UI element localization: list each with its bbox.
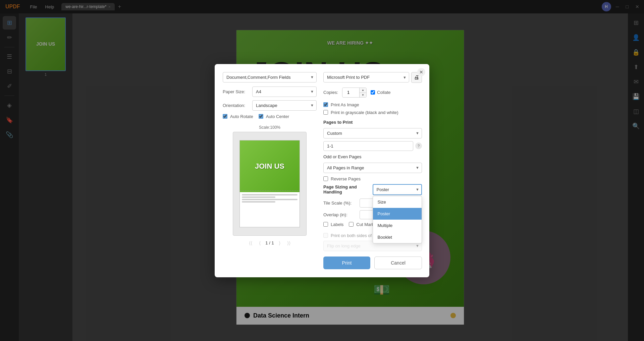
modal-close-btn[interactable]: ✕ xyxy=(417,68,425,76)
auto-options-row: Auto Rotate Auto Center xyxy=(223,114,317,122)
preview-line-4 xyxy=(242,201,275,203)
dropdown-item-booklet[interactable]: Booklet xyxy=(373,231,422,243)
overlap-label: Overlap (in): xyxy=(323,212,357,217)
preview-green-top: JOIN US xyxy=(240,140,300,192)
page-nav: ⟨⟨ ⟨ 1 / 1 ⟩ ⟩⟩ xyxy=(223,239,317,247)
dropdown-item-poster[interactable]: Poster xyxy=(373,208,422,220)
copies-input[interactable] xyxy=(342,88,359,97)
odd-even-select-wrap: All Pages in Range Odd Pages Only Even P… xyxy=(323,163,422,173)
pages-select[interactable]: Custom All Current Page xyxy=(323,128,422,138)
labels-checkbox[interactable] xyxy=(323,222,328,227)
preview-line-3 xyxy=(242,199,298,200)
pages-to-print-title: Pages to Print xyxy=(323,120,422,125)
print-as-image-checkbox[interactable] xyxy=(323,102,328,107)
printer-select[interactable]: Microsoft Print to PDF xyxy=(323,72,409,82)
dropdown-item-size[interactable]: Size xyxy=(373,196,422,208)
labels-row: Labels xyxy=(323,222,343,227)
cut-marks-row: Cut Marks xyxy=(349,222,376,227)
preview-join-text: JOIN US xyxy=(255,162,284,171)
print-as-image-label: Print As Image xyxy=(331,102,359,107)
print-both-sides-checkbox[interactable] xyxy=(323,233,328,238)
odd-even-title: Odd or Even Pages xyxy=(323,154,422,159)
orientation-select-wrap: Landscape Portrait ▼ xyxy=(252,100,317,111)
page-sizing-label: Page Sizing and Handling xyxy=(323,184,373,194)
modal-overlay: ✕ Document,Comment,Form Fields ▼ Paper S… xyxy=(0,0,644,341)
paper-size-select[interactable]: A4 A3 Letter xyxy=(252,87,317,97)
pages-select-wrap: Custom All Current Page ▼ xyxy=(323,128,422,138)
print-as-image-row: Print As Image xyxy=(323,102,422,107)
reverse-pages-checkbox[interactable] xyxy=(323,176,328,181)
print-btn[interactable]: Print xyxy=(323,257,370,269)
paper-size-select-wrap: A4 A3 Letter ▼ xyxy=(252,87,317,97)
auto-rotate-label: Auto Rotate xyxy=(230,114,253,119)
page-sizing-row: Page Sizing and Handling Poster Size Mul… xyxy=(323,184,422,195)
nav-first-btn[interactable]: ⟨⟨ xyxy=(247,239,254,247)
reverse-pages-row: Reverse Pages xyxy=(323,176,422,181)
modal-body: Document,Comment,Form Fields ▼ Paper Siz… xyxy=(223,72,421,269)
collate-checkbox[interactable] xyxy=(371,90,375,95)
auto-center-checkbox[interactable] xyxy=(259,114,263,119)
modal-right-col: Microsoft Print to PDF ▼ 🖨 Copies: ▲ xyxy=(323,72,422,269)
cut-marks-checkbox[interactable] xyxy=(349,222,354,227)
preview-inner: JOIN US xyxy=(239,140,300,227)
document-type-select-wrap: Document,Comment,Form Fields ▼ xyxy=(223,72,317,82)
preview-dashed-line xyxy=(240,190,300,191)
auto-center-label: Auto Center xyxy=(266,114,289,119)
labels-label: Labels xyxy=(331,222,343,227)
dropdown-item-multiple[interactable]: Multiple xyxy=(373,220,422,231)
auto-center-row: Auto Center xyxy=(259,114,289,119)
paper-size-row: Paper Size: A4 A3 Letter ▼ xyxy=(223,87,317,97)
pages-select-outer: Custom All Current Page ▼ xyxy=(323,128,422,138)
preview-bottom xyxy=(240,192,300,227)
preview-line-1 xyxy=(242,194,298,195)
printer-row: Microsoft Print to PDF ▼ 🖨 xyxy=(323,72,422,83)
orientation-row: Orientation: Landscape Portrait ▼ xyxy=(223,100,317,111)
odd-even-select[interactable]: All Pages in Range Odd Pages Only Even P… xyxy=(323,163,422,173)
orientation-select[interactable]: Landscape Portrait xyxy=(252,100,317,111)
preview-box: JOIN US xyxy=(233,132,307,236)
page-range-row: ? xyxy=(323,141,422,151)
print-grayscale-checkbox[interactable] xyxy=(323,110,328,115)
sizing-dropdown-popup: Size Poster Multiple Booklet xyxy=(373,196,422,243)
collate-wrap: Collate xyxy=(371,90,390,95)
copies-up-btn[interactable]: ▲ xyxy=(360,88,366,93)
print-grayscale-label: Print in grayscale (black and white) xyxy=(331,110,398,115)
print-modal: ✕ Document,Comment,Form Fields ▼ Paper S… xyxy=(215,64,429,277)
sizing-select[interactable]: Poster Size Multiple Booklet xyxy=(373,184,422,195)
sizing-select-wrap: Poster Size Multiple Booklet ▼ Size Post… xyxy=(373,184,422,195)
cancel-btn[interactable]: Cancel xyxy=(374,257,422,269)
tile-scale-label: Tile Scale (%): xyxy=(323,201,357,206)
reverse-pages-label: Reverse Pages xyxy=(331,176,361,181)
modal-left-col: Document,Comment,Form Fields ▼ Paper Siz… xyxy=(223,72,317,269)
document-type-select[interactable]: Document,Comment,Form Fields xyxy=(223,72,317,82)
paper-size-label: Paper Size: xyxy=(223,89,250,94)
preview-line-2 xyxy=(242,196,275,198)
copies-spinners: ▲ ▼ xyxy=(359,88,366,97)
copies-row: Copies: ▲ ▼ Collate xyxy=(323,88,422,98)
printer-select-wrap: Microsoft Print to PDF ▼ xyxy=(323,72,409,82)
printer-dropdown-wrap: Microsoft Print to PDF ▼ xyxy=(323,72,409,82)
auto-rotate-row: Auto Rotate xyxy=(223,114,253,119)
collate-label: Collate xyxy=(377,90,390,95)
document-type-wrap: Document,Comment,Form Fields ▼ xyxy=(223,72,317,82)
copies-down-btn[interactable]: ▼ xyxy=(360,93,366,97)
print-grayscale-row: Print in grayscale (black and white) xyxy=(323,110,422,115)
scale-info: Scale:100% xyxy=(223,125,317,130)
page-range-input[interactable] xyxy=(323,141,413,151)
copies-label: Copies: xyxy=(323,90,338,95)
nav-last-btn[interactable]: ⟩⟩ xyxy=(285,239,292,247)
orientation-label: Orientation: xyxy=(223,103,250,108)
action-buttons: Print Cancel xyxy=(323,257,422,269)
nav-prev-btn[interactable]: ⟨ xyxy=(257,239,263,247)
preview-lines xyxy=(242,194,298,203)
copies-input-wrap: ▲ ▼ xyxy=(342,88,367,98)
auto-rotate-checkbox[interactable] xyxy=(223,114,227,119)
page-range-help[interactable]: ? xyxy=(415,143,422,149)
page-indicator: 1 / 1 xyxy=(265,240,274,245)
nav-next-btn[interactable]: ⟩ xyxy=(277,239,282,247)
